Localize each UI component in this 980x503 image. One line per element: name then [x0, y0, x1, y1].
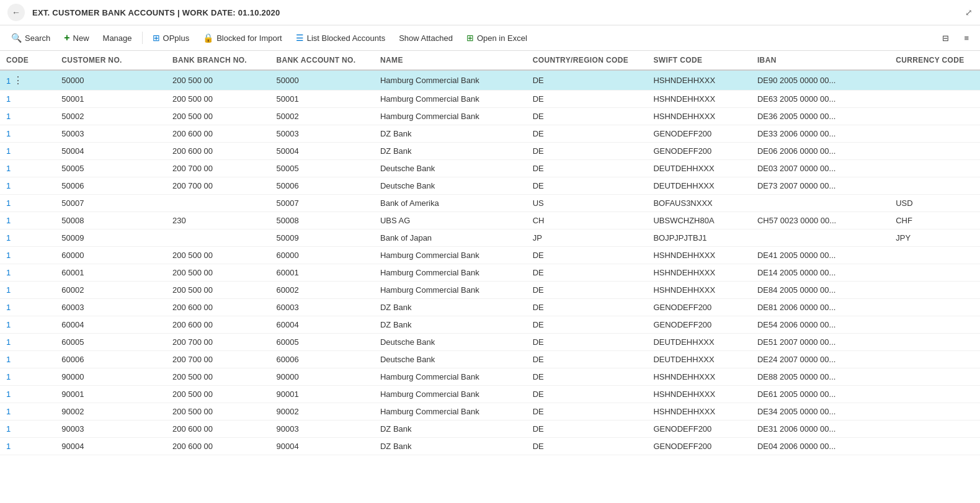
table-row[interactable]: 190002200 500 0090002Hamburg Commercial … [0, 403, 980, 421]
cell-customer-no: 50005 [55, 160, 166, 177]
table-row[interactable]: 190003200 600 0090003DZ BankDEGENODEFF20… [0, 421, 980, 438]
toolbar: 🔍 Search + New Manage ⊞ OPplus 🔒 Blocked… [0, 25, 980, 51]
filter-icon: ⊟ [942, 33, 949, 43]
cell-code[interactable]: 1 [0, 421, 55, 438]
cell-code[interactable]: 1 [0, 438, 55, 455]
cell-code[interactable]: 1 [0, 403, 55, 421]
col-header-code: CODE [0, 51, 55, 70]
blocked-button[interactable]: 🔒 Blocked for Import [197, 30, 288, 46]
cell-currency [889, 264, 980, 282]
cell-code[interactable]: 1 [0, 125, 55, 143]
opplus-icon: ⊞ [153, 33, 160, 43]
table-row[interactable]: 150004200 600 0050004DZ BankDEGENODEFF20… [0, 143, 980, 160]
show-attached-button[interactable]: Show Attached [393, 30, 459, 46]
new-button[interactable]: + New [58, 29, 95, 47]
cell-bank-branch-no: 200 500 00 [166, 403, 270, 421]
cell-code[interactable]: 1 [0, 212, 55, 229]
cell-swift: BOFAUS3NXXX [647, 195, 751, 212]
opplus-button[interactable]: ⊞ OPplus [146, 30, 196, 46]
back-button[interactable]: ← [7, 4, 25, 21]
cell-bank-account-no: 90004 [270, 438, 374, 455]
cell-code[interactable]: 1 [0, 143, 55, 160]
cell-code[interactable]: 1 [0, 108, 55, 125]
table-row[interactable]: 150006200 700 0050006Deutsche BankDEDEUT… [0, 177, 980, 195]
list-blocked-button[interactable]: ☰ List Blocked Accounts [290, 30, 391, 46]
cell-swift: GENODEFF200 [647, 125, 751, 143]
table-row[interactable]: 190004200 600 0090004DZ BankDEGENODEFF20… [0, 438, 980, 455]
cell-code[interactable]: 1 [0, 368, 55, 386]
cell-name: UBS AG [374, 212, 527, 229]
cell-country: JP [527, 229, 648, 247]
manage-button[interactable]: Manage [97, 30, 138, 46]
table-row[interactable]: 1⋮50000200 500 0050000Hamburg Commercial… [0, 70, 980, 91]
search-label: Search [25, 33, 50, 43]
table-row[interactable]: 15000950009Bank of JapanJPBOJPJPJTBJ1JPY [0, 229, 980, 247]
cell-country: DE [527, 70, 648, 91]
cell-code[interactable]: 1 [0, 282, 55, 299]
table-row[interactable]: 15000750007Bank of AmerikaUSBOFAUS3NXXXU… [0, 195, 980, 212]
cell-code[interactable]: 1 [0, 160, 55, 177]
collapse-button[interactable]: ⤢ [965, 7, 973, 17]
table-row[interactable]: 160000200 500 0060000Hamburg Commercial … [0, 247, 980, 264]
cell-swift: HSHNDEHHXXX [647, 108, 751, 125]
col-header-country: COUNTRY/REGION CODE [527, 51, 648, 70]
list-blocked-label: List Blocked Accounts [307, 33, 385, 43]
cell-bank-account-no: 60001 [270, 264, 374, 282]
table-row[interactable]: 160001200 500 0060001Hamburg Commercial … [0, 264, 980, 282]
cell-iban: DE88 2005 0000 00... [751, 368, 889, 386]
cell-name: Deutsche Bank [374, 177, 527, 195]
cell-currency [889, 299, 980, 316]
row-menu-button[interactable]: ⋮ [11, 74, 25, 86]
cell-customer-no: 90002 [55, 403, 166, 421]
cell-code[interactable]: 1 [0, 247, 55, 264]
cell-currency [889, 177, 980, 195]
table-row[interactable]: 160005200 700 0060005Deutsche BankDEDEUT… [0, 334, 980, 351]
cell-code[interactable]: 1 [0, 316, 55, 334]
cell-code[interactable]: 1 [0, 334, 55, 351]
table-row[interactable]: 150005200 700 0050005Deutsche BankDEDEUT… [0, 160, 980, 177]
table-row[interactable]: 160006200 700 0060006Deutsche BankDEDEUT… [0, 351, 980, 368]
cell-code[interactable]: 1 [0, 177, 55, 195]
search-button[interactable]: 🔍 Search [5, 30, 56, 46]
cell-bank-branch-no: 200 600 00 [166, 438, 270, 455]
cell-customer-no: 90000 [55, 368, 166, 386]
cell-code[interactable]: 1 [0, 195, 55, 212]
cell-code[interactable]: 1 [0, 229, 55, 247]
cell-name: DZ Bank [374, 438, 527, 455]
cell-iban: DE51 2007 0000 00... [751, 334, 889, 351]
table-row[interactable]: 160004200 600 0060004DZ BankDEGENODEFF20… [0, 316, 980, 334]
cell-currency [889, 70, 980, 91]
cell-code[interactable]: 1 [0, 264, 55, 282]
cell-bank-branch-no [166, 195, 270, 212]
columns-button[interactable]: ≡ [958, 30, 975, 46]
cell-bank-account-no: 50002 [270, 108, 374, 125]
table-row[interactable]: 190001200 500 0090001Hamburg Commercial … [0, 386, 980, 403]
table-row[interactable]: 160003200 600 0060003DZ BankDEGENODEFF20… [0, 299, 980, 316]
cell-iban: DE61 2005 0000 00... [751, 386, 889, 403]
filter-button[interactable]: ⊟ [936, 30, 955, 46]
table-row[interactable]: 150001200 500 0050001Hamburg Commercial … [0, 91, 980, 108]
cell-customer-no: 50008 [55, 212, 166, 229]
cell-currency [889, 421, 980, 438]
cell-code[interactable]: 1 [0, 91, 55, 108]
cell-customer-no: 60000 [55, 247, 166, 264]
col-header-name: NAME [374, 51, 527, 70]
table-row[interactable]: 160002200 500 0060002Hamburg Commercial … [0, 282, 980, 299]
table-row[interactable]: 150002200 500 0050002Hamburg Commercial … [0, 108, 980, 125]
table-row[interactable]: 15000823050008UBS AGCHUBSWCHZH80ACH57 00… [0, 212, 980, 229]
cell-currency: USD [889, 195, 980, 212]
cell-code[interactable]: 1 [0, 351, 55, 368]
table-row[interactable]: 150003200 600 0050003DZ BankDEGENODEFF20… [0, 125, 980, 143]
cell-code[interactable]: 1 [0, 386, 55, 403]
cell-bank-branch-no: 200 500 00 [166, 70, 270, 91]
cell-swift: DEUTDEHHXXX [647, 177, 751, 195]
cell-country: US [527, 195, 648, 212]
columns-icon: ≡ [964, 33, 969, 43]
cell-bank-account-no: 60004 [270, 316, 374, 334]
open-excel-button[interactable]: ⊞ Open in Excel [460, 30, 533, 46]
cell-code[interactable]: 1 [0, 299, 55, 316]
cell-customer-no: 90003 [55, 421, 166, 438]
cell-bank-account-no: 50003 [270, 125, 374, 143]
cell-code[interactable]: 1⋮ [0, 70, 55, 91]
table-row[interactable]: 190000200 500 0090000Hamburg Commercial … [0, 368, 980, 386]
